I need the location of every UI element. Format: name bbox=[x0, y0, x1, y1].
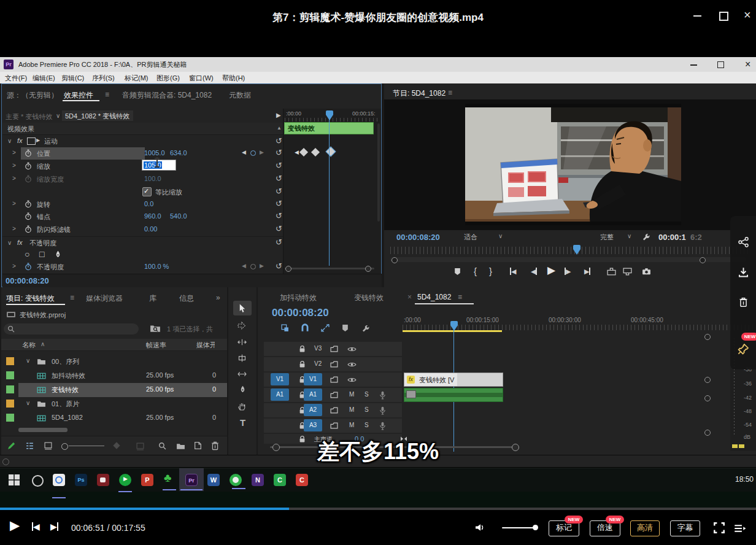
program-playhead-head[interactable] bbox=[573, 245, 580, 249]
more-tabs-icon[interactable]: » bbox=[216, 293, 220, 302]
anchor-x-value[interactable]: 960.0 bbox=[144, 212, 161, 220]
add-keyframe-icon[interactable] bbox=[250, 150, 256, 156]
menu-edit[interactable]: 编辑(E) bbox=[33, 74, 55, 83]
menu-graphics[interactable]: 图形(G) bbox=[156, 74, 180, 83]
timeline-playhead-head[interactable] bbox=[450, 321, 458, 325]
player-maximize-button[interactable] bbox=[719, 12, 728, 21]
opacity-value[interactable]: 100.0 % bbox=[144, 263, 169, 270]
premiere-minimize-button[interactable] bbox=[690, 64, 697, 66]
play-button-icon[interactable]: ▶ bbox=[547, 264, 555, 277]
track-v3-label[interactable]: V3 bbox=[314, 345, 322, 352]
program-monitor-title[interactable]: 节目: 5D4_1082 bbox=[393, 88, 446, 99]
project-row-folder-01[interactable]: ∨ 01、原片 bbox=[1, 397, 227, 411]
rotation-value[interactable]: 0.0 bbox=[144, 200, 153, 207]
motion-effect-row[interactable]: ∨ fx ▶ 运动 ↺ bbox=[2, 135, 283, 147]
solo-button[interactable]: S bbox=[364, 391, 369, 398]
program-timecode[interactable]: 00:00:08:20 bbox=[396, 233, 440, 242]
lift-icon[interactable] bbox=[607, 268, 616, 276]
player-close-button[interactable]: × bbox=[744, 10, 751, 20]
fx-lane-zoom-handle-right[interactable] bbox=[365, 266, 371, 272]
taskbar-app-powerpoint[interactable]: P bbox=[141, 474, 153, 486]
project-panel-menu-icon[interactable]: ≡ bbox=[70, 293, 74, 302]
antiflicker-row[interactable]: > 防闪烁滤镜 0.00 ↺ bbox=[2, 223, 283, 236]
pen-mask-icon[interactable] bbox=[54, 250, 62, 258]
go-to-in-icon[interactable]: ◀ bbox=[510, 267, 516, 276]
player-minimize-button[interactable] bbox=[693, 15, 701, 17]
lock-icon[interactable] bbox=[299, 360, 306, 368]
tab-libraries[interactable]: 库 bbox=[149, 293, 156, 304]
sync-lock-icon[interactable] bbox=[330, 361, 338, 368]
step-forward-icon[interactable]: ▶ bbox=[565, 267, 571, 276]
tab-effect-controls[interactable]: 效果控件 bbox=[64, 90, 93, 101]
prev-keyframe-icon[interactable]: ◀ bbox=[242, 149, 246, 155]
sync-lock-icon[interactable] bbox=[330, 376, 338, 383]
taskbar-app-onenote[interactable]: N bbox=[252, 474, 264, 486]
rotation-expand-icon[interactable]: > bbox=[12, 200, 16, 207]
taskbar-app-premiere-active[interactable]: Pr bbox=[179, 468, 204, 491]
audio-clip-a1[interactable] bbox=[404, 388, 503, 402]
reset-scale-icon[interactable]: ↺ bbox=[276, 161, 282, 169]
clip-selector[interactable]: 5D4_1082 * 变钱特效 bbox=[62, 110, 133, 121]
opacity-section-row[interactable]: ∨ fx 不透明度 ↺ bbox=[2, 236, 283, 249]
track-output-eye-icon[interactable] bbox=[347, 361, 357, 368]
slip-tool[interactable] bbox=[237, 371, 247, 377]
program-scroll-handle-right[interactable] bbox=[700, 257, 706, 263]
project-row-seq-money[interactable]: 变钱特效 25.00 fps 0 bbox=[1, 383, 227, 397]
taskbar-app-c-red[interactable]: C bbox=[296, 474, 308, 486]
scale-width-row[interactable]: > 缩放宽度 100.0 ↺ bbox=[2, 173, 283, 185]
keyframe-diamond[interactable] bbox=[299, 148, 308, 157]
premiere-restore-button[interactable] bbox=[717, 61, 724, 68]
video-clip-v1[interactable]: fx 变钱特效 [V bbox=[404, 373, 503, 387]
tab-sequence-5d4[interactable]: 5D4_1082 bbox=[417, 293, 451, 301]
opacity-stopwatch-icon[interactable] bbox=[25, 263, 32, 271]
motion-expand-icon[interactable]: ∨ bbox=[7, 137, 12, 144]
hand-tool[interactable] bbox=[238, 402, 246, 411]
zoom-level-chevron-icon[interactable]: ∨ bbox=[498, 233, 503, 239]
opacity-expand-icon[interactable]: > bbox=[12, 263, 16, 269]
taskbar-app-photoshop[interactable]: Ps bbox=[75, 474, 87, 486]
taskbar-app-red-media[interactable] bbox=[97, 474, 109, 486]
sort-ascending-icon[interactable]: ∧ bbox=[40, 341, 45, 347]
project-search-input[interactable] bbox=[4, 323, 139, 334]
share-icon[interactable] bbox=[738, 237, 749, 247]
menu-help[interactable]: 帮助(H) bbox=[222, 74, 245, 83]
collapse-section-icon[interactable]: ▲ bbox=[277, 125, 282, 131]
solo-button[interactable]: S bbox=[364, 422, 369, 428]
reset-position-icon[interactable]: ↺ bbox=[276, 149, 282, 157]
fx-panel-timecode[interactable]: 00:00:08:20 bbox=[6, 276, 49, 285]
menu-sequence[interactable]: 序列(S) bbox=[92, 74, 115, 83]
add-marker-icon[interactable] bbox=[454, 268, 461, 276]
rotation-row[interactable]: > 旋转 0.0 ↺ bbox=[2, 198, 283, 211]
track-select-tool[interactable] bbox=[237, 322, 246, 330]
uniform-scale-row[interactable]: ✓ 等比缩放 ↺ bbox=[2, 186, 283, 198]
timeline-timecode[interactable]: 00:00:08:20 bbox=[272, 307, 329, 319]
reset-rotation-icon[interactable]: ↺ bbox=[276, 199, 282, 207]
scale-stopwatch-icon[interactable] bbox=[25, 162, 32, 170]
player-next-button[interactable]: ▶ bbox=[50, 522, 58, 531]
extract-icon[interactable] bbox=[623, 268, 632, 276]
reset-opacity-section-icon[interactable]: ↺ bbox=[276, 238, 282, 246]
position-y-value[interactable]: 634.0 bbox=[170, 149, 187, 157]
menu-markers[interactable]: 标记(M) bbox=[125, 74, 148, 83]
anchor-y-value[interactable]: 540.0 bbox=[170, 212, 187, 220]
program-scroll-handle-left[interactable] bbox=[392, 257, 398, 263]
antiflicker-expand-icon[interactable]: > bbox=[12, 225, 16, 232]
ripple-edit-tool[interactable] bbox=[237, 339, 247, 346]
taskbar-app-green-ring[interactable] bbox=[230, 474, 242, 486]
panel-menu-icon[interactable]: ≡ bbox=[105, 90, 109, 99]
mark-out-icon[interactable]: } bbox=[489, 266, 492, 276]
voiceover-mic-icon[interactable] bbox=[379, 422, 386, 430]
player-play-button[interactable]: ▶ bbox=[10, 518, 20, 533]
opacity-add-keyframe-icon[interactable] bbox=[250, 264, 256, 269]
timeline-add-marker-icon[interactable] bbox=[342, 324, 349, 332]
project-hscroll-thumb[interactable] bbox=[18, 428, 68, 432]
column-name[interactable]: 名称 bbox=[22, 341, 36, 350]
tab-source-monitor[interactable]: 源：（无剪辑） bbox=[7, 90, 58, 101]
premiere-close-button[interactable]: × bbox=[745, 59, 750, 70]
fx-lane-zoom-handle-left[interactable] bbox=[285, 266, 291, 272]
taskbar-app-c-green[interactable]: C bbox=[274, 474, 286, 486]
opacity-prev-keyframe-icon[interactable]: ◀ bbox=[242, 263, 246, 269]
source-v1-badge[interactable]: V1 bbox=[271, 373, 289, 385]
folder-expand-icon[interactable]: ∨ bbox=[26, 400, 30, 406]
program-scrub-ruler[interactable] bbox=[390, 247, 750, 254]
